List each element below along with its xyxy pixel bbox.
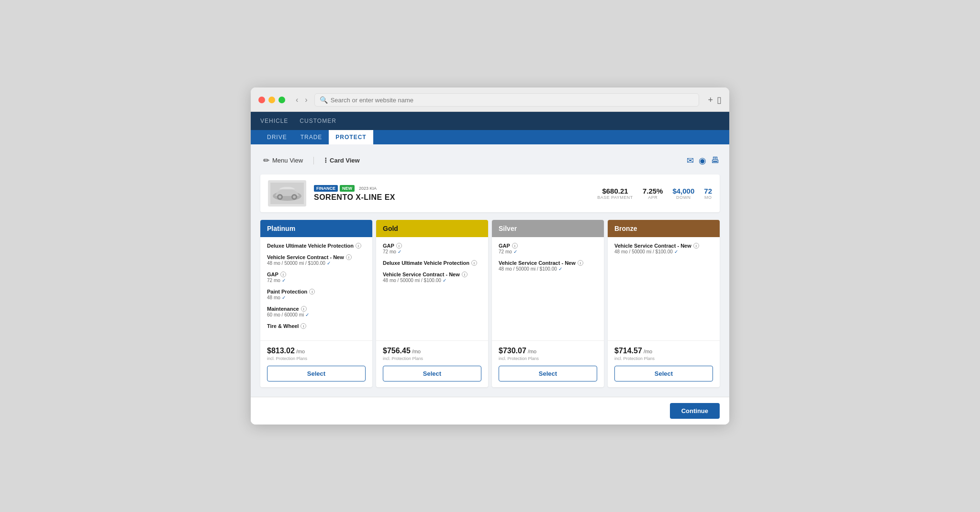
address-bar[interactable]: 🔍 [314,93,700,107]
plan-price-note: incl. Protection Plans [614,356,713,361]
plan-item-name: Deluxe Ultimate Vehicle Protection i [383,260,481,266]
apr-label: APR [643,195,663,200]
info-icon[interactable]: i [578,260,583,266]
plan-card-silver: SilverGAP i72 mo ✓Vehicle Service Contra… [492,220,604,387]
mo-label: Mo [704,195,712,200]
plan-item-detail: 48 mo / 50000 mi / $100.00 ✓ [383,278,481,283]
close-traffic-light[interactable] [258,97,265,103]
app-container: Vehicle Customer Drive Trade Protect ✏ M… [251,112,729,425]
card-view-button[interactable]: ⁝ Card View [322,154,363,167]
info-icon[interactable]: i [301,306,307,312]
forward-button[interactable]: › [303,96,309,104]
plan-price-note: incl. Protection Plans [383,356,481,361]
check-icon: ✓ [305,312,309,317]
view-toggle-right: ✉ ◉ 🖶 [687,155,720,166]
plan-price-period: /mo [526,349,536,354]
info-icon[interactable]: i [396,243,402,249]
top-nav: Vehicle Customer [251,112,729,130]
protect-tab[interactable]: Protect [329,130,373,144]
vehicle-image [268,180,306,207]
plan-item-detail: 72 mo ✓ [383,249,481,254]
new-badge: New [340,185,355,192]
check-icon: ✓ [443,278,446,283]
select-button-silver[interactable]: Select [499,366,597,381]
plan-header-platinum: Platinum [260,220,372,237]
plan-price-platinum: $813.02 /mo [267,347,366,355]
plan-item-detail: 72 mo ✓ [499,249,597,254]
plan-items-gold: GAP i72 mo ✓Deluxe Ultimate Vehicle Prot… [376,237,488,340]
mo-stat[interactable]: 72 Mo [704,187,712,200]
minimize-traffic-light[interactable] [268,97,275,103]
plan-price-value: $813.02 [267,347,295,355]
print-icon-button[interactable]: 🖶 [711,155,720,166]
plan-item: GAP i72 mo ✓ [383,243,481,254]
plan-item: Paint Protection i48 mo ✓ [267,289,366,300]
plan-price-bronze: $714.57 /mo [614,347,713,355]
select-button-platinum[interactable]: Select [267,366,366,381]
view-toggle: ✏ Menu View ⁝ Card View ✉ ◉ 🖶 [260,154,720,167]
plan-items-silver: GAP i72 mo ✓Vehicle Service Contract - N… [492,237,604,340]
menu-view-button[interactable]: ✏ Menu View [260,154,306,167]
top-nav-tabs: Vehicle Customer [260,116,336,126]
plan-item-name: Vehicle Service Contract - New i [383,272,481,277]
plan-item-name: Vehicle Service Contract - New i [499,260,597,266]
plan-item: Vehicle Service Contract - New i48 mo / … [267,254,366,266]
browser-window: ‹ › 🔍 + ▯ Vehicle Customer [251,87,729,425]
info-icon[interactable]: i [512,243,518,249]
vehicle-nav-tab[interactable]: Vehicle [260,116,288,126]
year-badge: 2023 KIA [356,185,379,192]
info-icon[interactable]: i [309,289,315,294]
plan-item-name: Maintenance i [267,306,366,312]
tabs-button[interactable]: ▯ [717,95,722,105]
plan-item: Deluxe Ultimate Vehicle Protection i [267,243,366,249]
drive-tab[interactable]: Drive [260,130,294,144]
address-input[interactable] [331,97,694,104]
bottom-bar: Continue [251,397,729,425]
apr-stat: 7.25% APR [643,187,663,200]
select-button-gold[interactable]: Select [383,366,481,381]
plan-item: Deluxe Ultimate Vehicle Protection i [383,260,481,266]
check-icon: ✓ [282,295,286,300]
continue-button[interactable]: Continue [670,403,720,419]
down-stat[interactable]: $4,000 Down [672,187,694,200]
shield-icon-button[interactable]: ◉ [699,155,706,166]
customer-nav-tab[interactable]: Customer [300,116,336,126]
plan-header-silver: Silver [492,220,604,237]
vehicle-info: Finance New 2023 KIA SORENTO X-LINE EX [314,185,395,202]
plan-item: Maintenance i60 mo / 60000 mi ✓ [267,306,366,317]
plans-grid: PlatinumDeluxe Ultimate Vehicle Protecti… [260,220,720,387]
plan-item-name: Vehicle Service Contract - New i [267,254,366,260]
info-icon[interactable]: i [280,272,286,277]
plan-item-name: GAP i [267,272,366,277]
vehicle-badges: Finance New 2023 KIA [314,185,395,192]
email-icon-button[interactable]: ✉ [687,155,694,166]
trade-tab[interactable]: Trade [294,130,329,144]
plan-item-detail: 60 mo / 60000 mi ✓ [267,312,366,317]
plan-item-detail: 48 mo / 50000 mi / $100.00 ✓ [267,261,366,266]
back-button[interactable]: ‹ [294,96,300,104]
info-icon[interactable]: i [471,260,477,266]
base-payment-label: Base Payment [597,195,633,200]
plan-item: Vehicle Service Contract - New i48 mo / … [383,272,481,283]
info-icon[interactable]: i [693,243,699,249]
vehicle-name: SORENTO X-LINE EX [314,193,395,202]
menu-view-icon: ✏ [263,156,269,165]
select-button-bronze[interactable]: Select [614,366,713,381]
plan-item: GAP i72 mo ✓ [267,272,366,283]
info-icon[interactable]: i [346,254,352,260]
maximize-traffic-light[interactable] [278,97,285,103]
plan-card-platinum: PlatinumDeluxe Ultimate Vehicle Protecti… [260,220,372,387]
sub-nav: Drive Trade Protect [251,130,729,144]
info-icon[interactable]: i [301,323,306,329]
plan-header-bronze: Bronze [608,220,720,237]
info-icon[interactable]: i [356,243,361,249]
plan-item-detail: 48 mo ✓ [267,295,366,300]
info-icon[interactable]: i [462,272,468,277]
plan-footer-gold: $756.45 /moincl. Protection PlansSelect [376,340,488,387]
traffic-lights [258,97,285,103]
plan-item-name: Tire & Wheel i [267,323,366,329]
view-divider [313,157,314,164]
new-tab-button[interactable]: + [708,95,713,105]
check-icon: ✓ [398,249,401,254]
plan-item-name: Paint Protection i [267,289,366,294]
